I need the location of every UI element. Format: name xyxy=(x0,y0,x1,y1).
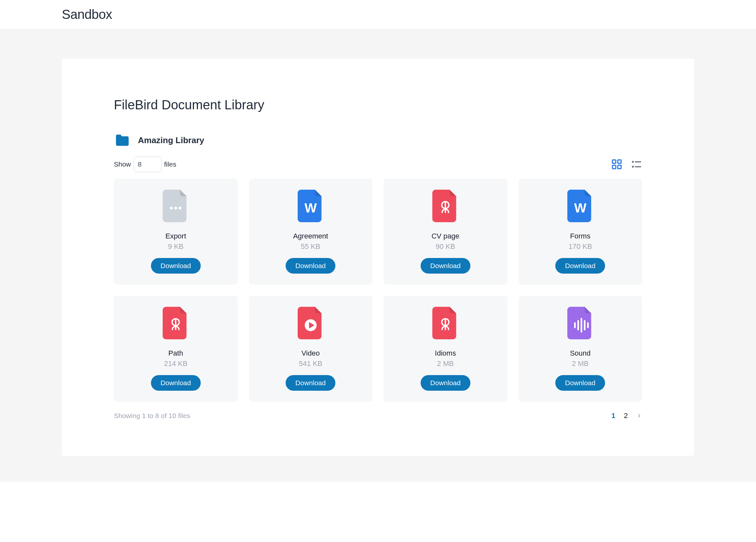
svg-point-4 xyxy=(632,161,634,163)
download-button[interactable]: Download xyxy=(421,258,470,274)
download-button[interactable]: Download xyxy=(151,375,201,391)
file-tile: Idioms 2 MB Download xyxy=(384,296,507,402)
svg-rect-2 xyxy=(613,165,616,169)
library-header: Amazing Library xyxy=(114,132,642,149)
word-file-icon: W xyxy=(567,190,593,222)
svg-text:W: W xyxy=(304,201,317,215)
file-tile: Video 541 KB Download xyxy=(249,296,373,402)
pdf-file-icon xyxy=(163,307,189,339)
download-button[interactable]: Download xyxy=(151,258,201,274)
show-count-input[interactable] xyxy=(134,156,162,172)
file-name: CV page xyxy=(431,232,459,240)
content-card: FileBird Document Library Amazing Librar… xyxy=(62,59,694,456)
file-size: 2 MB xyxy=(437,359,454,368)
file-name: Path xyxy=(169,349,183,358)
file-tile: Export 9 KB Download xyxy=(114,179,238,285)
brand-title: Sandbox xyxy=(62,7,694,22)
file-size: 2 MB xyxy=(572,359,588,368)
svg-point-5 xyxy=(632,166,634,168)
file-name: Idioms xyxy=(435,349,456,358)
file-tile: CV page 90 KB Download xyxy=(384,179,507,285)
download-button[interactable]: Download xyxy=(286,375,335,391)
word-file-icon: W xyxy=(298,190,324,222)
showing-text: Showing 1 to 8 of 10 files xyxy=(114,412,190,420)
page-background: FileBird Document Library Amazing Librar… xyxy=(0,29,756,482)
file-size: 90 KB xyxy=(436,242,455,251)
show-label-pre: Show xyxy=(114,160,131,168)
file-tile: Sound 2 MB Download xyxy=(519,296,642,402)
generic-file-icon xyxy=(163,190,189,222)
topbar: Sandbox xyxy=(0,0,756,29)
show-count-control: Show files xyxy=(114,156,176,172)
download-button[interactable]: Download xyxy=(555,258,605,274)
page-next-button[interactable] xyxy=(636,413,642,419)
file-tile: Path 214 KB Download xyxy=(114,296,238,402)
download-button[interactable]: Download xyxy=(421,375,470,391)
folder-icon xyxy=(114,132,131,149)
file-name: Video xyxy=(302,349,320,358)
page-link[interactable]: 1 xyxy=(612,412,615,420)
file-name: Export xyxy=(165,232,186,240)
footer-row: Showing 1 to 8 of 10 files 12 xyxy=(114,412,642,420)
svg-rect-3 xyxy=(618,165,621,169)
file-name: Sound xyxy=(570,349,591,358)
file-name: Agreement xyxy=(293,232,328,240)
grid-view-button[interactable] xyxy=(611,158,623,170)
pdf-file-icon xyxy=(432,307,458,339)
audio-file-icon xyxy=(567,307,593,339)
pdf-file-icon xyxy=(432,190,458,222)
controls-row: Show files xyxy=(114,156,642,172)
svg-rect-1 xyxy=(618,160,621,164)
file-size: 9 KB xyxy=(168,242,183,251)
page-title: FileBird Document Library xyxy=(114,98,642,112)
file-grid: Export 9 KB Download W Agreement 55 KB D… xyxy=(114,179,642,402)
library-name: Amazing Library xyxy=(138,135,204,145)
pagination: 12 xyxy=(612,412,642,420)
show-label-post: files xyxy=(164,160,176,168)
file-tile: W Agreement 55 KB Download xyxy=(249,179,373,285)
svg-point-10 xyxy=(179,207,182,210)
file-size: 170 KB xyxy=(569,242,592,251)
file-size: 55 KB xyxy=(301,242,320,251)
download-button[interactable]: Download xyxy=(286,258,335,274)
svg-text:W: W xyxy=(574,201,587,215)
list-view-button[interactable] xyxy=(630,158,642,170)
download-button[interactable]: Download xyxy=(555,375,605,391)
file-size: 214 KB xyxy=(164,359,187,368)
svg-point-9 xyxy=(174,207,177,210)
file-tile: W Forms 170 KB Download xyxy=(519,179,642,285)
file-name: Forms xyxy=(570,232,590,240)
view-toggle-group xyxy=(611,158,642,170)
svg-rect-0 xyxy=(613,160,616,164)
page-link[interactable]: 2 xyxy=(624,412,628,420)
file-size: 541 KB xyxy=(299,359,322,368)
svg-point-8 xyxy=(170,207,173,210)
video-file-icon xyxy=(298,307,324,339)
